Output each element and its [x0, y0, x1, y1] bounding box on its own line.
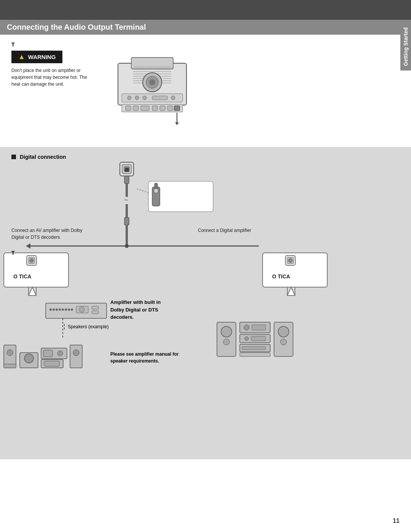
- svg-rect-26: [174, 106, 180, 110]
- svg-point-12: [149, 79, 155, 85]
- svg-rect-100: [251, 336, 266, 341]
- svg-rect-36: [126, 204, 128, 217]
- left-connection-desc: Connect an AV amplifier with Dolby Digit…: [11, 227, 88, 241]
- svg-point-67: [56, 308, 58, 311]
- svg-point-82: [24, 354, 33, 363]
- svg-rect-98: [252, 325, 266, 330]
- top-bar: [0, 0, 411, 20]
- svg-point-69: [62, 308, 64, 311]
- svg-rect-88: [70, 345, 82, 368]
- svg-rect-101: [242, 347, 266, 350]
- svg-rect-17: [152, 96, 167, 100]
- svg-rect-96: [240, 353, 270, 356]
- amp-note: Please see amplifier manual for speaker …: [110, 351, 186, 364]
- svg-rect-43: [126, 225, 128, 246]
- warning-text: Don't place the unit on amplifier or equ…: [11, 67, 95, 88]
- warning-box: ▲ WARNING: [11, 51, 62, 63]
- svg-rect-23: [152, 106, 158, 110]
- svg-point-71: [68, 308, 70, 311]
- svg-point-65: [49, 308, 52, 311]
- svg-text:~: ~: [124, 196, 128, 204]
- svg-point-79: [7, 350, 13, 356]
- svg-point-97: [244, 325, 249, 330]
- svg-marker-46: [26, 243, 30, 249]
- svg-rect-86: [43, 350, 53, 357]
- amp-label: Amplifier with built in Dolby Digital or…: [110, 299, 171, 321]
- svg-text:O  TICA: O TICA: [13, 273, 31, 280]
- svg-point-74: [79, 307, 84, 312]
- svg-rect-80: [4, 364, 16, 368]
- svg-point-16: [143, 96, 147, 100]
- svg-point-18: [171, 96, 175, 100]
- svg-rect-20: [126, 106, 131, 110]
- warning-title: WARNING: [28, 54, 56, 60]
- svg-rect-22: [141, 106, 149, 110]
- projector-svg: [110, 56, 194, 128]
- svg-point-59: [288, 259, 292, 262]
- svg-point-14: [127, 96, 131, 100]
- projector-illustration: [110, 56, 194, 129]
- svg-rect-24: [160, 106, 165, 110]
- section-title: Connecting the Audio Output Terminal: [7, 23, 404, 32]
- svg-point-104: [280, 339, 287, 345]
- svg-rect-37: [124, 217, 129, 225]
- svg-line-42: [137, 189, 148, 193]
- svg-rect-34: [126, 184, 128, 197]
- speakers-label: Speakers (example): [64, 324, 108, 329]
- diagram-area: Digital connection ⬛ ~: [0, 147, 411, 459]
- amp-note-text: Please see amplifier manual for speaker …: [110, 351, 178, 364]
- svg-point-99: [245, 337, 249, 340]
- svg-rect-21: [133, 106, 139, 110]
- svg-marker-61: [287, 287, 295, 296]
- t-label-bottom: T: [11, 250, 15, 256]
- t-label-top: T: [11, 42, 400, 48]
- svg-marker-53: [29, 287, 36, 296]
- svg-point-92: [223, 339, 229, 345]
- svg-point-15: [135, 96, 139, 100]
- right-connection-desc: Connect a Digital amplifier: [198, 227, 251, 234]
- svg-marker-28: [175, 122, 179, 125]
- svg-point-89: [73, 350, 79, 356]
- svg-rect-33: [124, 176, 129, 184]
- left-desc-text: Connect an AV amplifier with Dolby Digit…: [11, 228, 83, 240]
- svg-text:⬛: ⬛: [124, 167, 129, 172]
- main-content: T ▲ WARNING Don't place the unit on ampl…: [0, 35, 411, 466]
- main-diagram-svg: ⬛ ~: [0, 158, 388, 455]
- section-header: Connecting the Audio Output Terminal: [0, 20, 411, 35]
- right-desc-text: Connect a Digital amplifier: [198, 228, 251, 233]
- svg-rect-76: [92, 311, 99, 314]
- svg-point-51: [30, 259, 33, 262]
- svg-rect-25: [167, 106, 173, 110]
- svg-point-68: [59, 308, 61, 311]
- svg-point-72: [71, 308, 73, 311]
- svg-point-91: [221, 326, 232, 337]
- svg-point-66: [53, 308, 55, 311]
- svg-point-87: [57, 351, 63, 356]
- svg-point-70: [65, 308, 67, 311]
- svg-point-103: [278, 326, 289, 337]
- page-number: 11: [393, 518, 400, 524]
- speakers-label-text: Speakers (example): [68, 324, 108, 329]
- svg-text:O  TICA: O TICA: [272, 273, 290, 280]
- amp-label-text: Amplifier with built in Dolby Digital or…: [110, 299, 161, 320]
- svg-rect-75: [92, 306, 99, 309]
- warning-icon: ▲: [18, 53, 25, 61]
- svg-rect-84: [44, 361, 59, 366]
- svg-point-41: [154, 189, 158, 193]
